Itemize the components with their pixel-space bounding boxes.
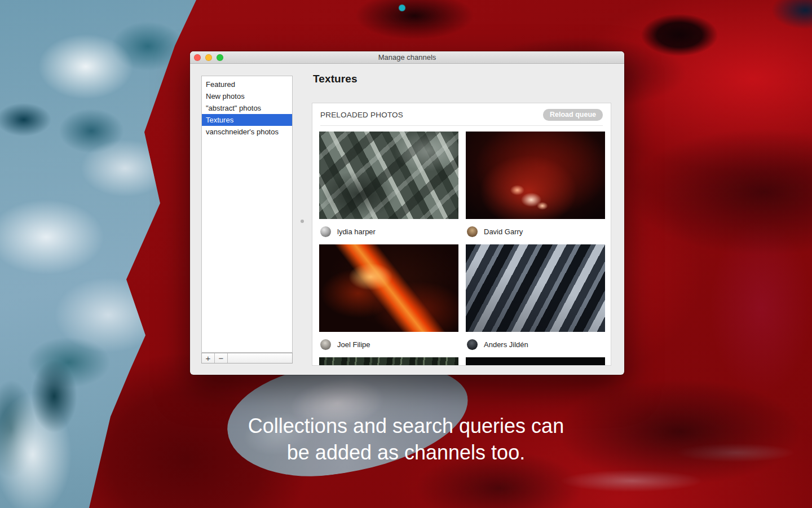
photo-grass-blades xyxy=(319,357,458,366)
photo-grid[interactable]: lydia harper David Garry Joel Filipe xyxy=(319,132,605,366)
photo-item xyxy=(466,357,605,366)
author-avatar xyxy=(467,339,478,350)
channel-list-item[interactable]: "abstract" photos xyxy=(202,102,292,114)
reload-queue-button[interactable]: Reload queue xyxy=(543,109,603,121)
channel-list-item[interactable]: Featured xyxy=(202,78,292,90)
author-avatar xyxy=(320,226,331,237)
photo-caption: lydia harper xyxy=(319,219,458,244)
channel-list-footer: + − xyxy=(201,353,293,364)
splitter-handle[interactable] xyxy=(301,220,304,223)
close-button[interactable] xyxy=(194,54,201,61)
photo-item xyxy=(319,357,458,366)
channel-list[interactable]: Featured New photos "abstract" photos Te… xyxy=(201,76,293,353)
photo-agave-leaves xyxy=(319,132,458,219)
photo-red-nebula xyxy=(466,132,605,219)
manage-channels-window: Manage channels Featured New photos "abs… xyxy=(190,51,624,375)
fullscreen-button[interactable] xyxy=(217,54,223,61)
author-name: Anders Jildén xyxy=(484,340,528,349)
photo-item: Anders Jildén xyxy=(466,244,605,357)
desktop: Manage channels Featured New photos "abs… xyxy=(0,0,812,508)
photo-item: David Garry xyxy=(466,132,605,244)
caption-line-2: be added as channels too. xyxy=(0,439,812,466)
author-avatar xyxy=(467,226,478,237)
panel-header: PRELOADED PHOTOS xyxy=(320,111,403,119)
window-titlebar[interactable]: Manage channels xyxy=(190,51,624,64)
channel-list-item[interactable]: vanschneider's photos xyxy=(202,126,292,138)
divider xyxy=(320,125,603,126)
preloaded-photos-panel: PRELOADED PHOTOS Reload queue lydia harp… xyxy=(312,103,611,366)
photo-dark-smoke xyxy=(466,357,605,366)
author-name: lydia harper xyxy=(337,227,376,236)
photo-item: Joel Filipe xyxy=(319,244,458,357)
panel-header-row: PRELOADED PHOTOS Reload queue xyxy=(312,103,611,121)
channel-list-item[interactable]: New photos xyxy=(202,90,292,102)
photo-architecture-beams xyxy=(466,244,605,332)
photo-caption: David Garry xyxy=(466,219,605,244)
author-name: David Garry xyxy=(484,227,523,236)
traffic-lights xyxy=(194,54,223,61)
add-channel-button[interactable]: + xyxy=(202,353,215,363)
footer-filler xyxy=(228,353,292,363)
photo-item: lydia harper xyxy=(319,132,458,244)
screen-caption: Collections and search queries can be ad… xyxy=(0,413,812,466)
caption-line-1: Collections and search queries can xyxy=(0,413,812,439)
photo-caption: Joel Filipe xyxy=(319,332,458,357)
window-title: Manage channels xyxy=(190,51,624,64)
author-avatar xyxy=(320,339,331,350)
channel-list-item[interactable]: Textures xyxy=(202,114,292,126)
remove-channel-button[interactable]: − xyxy=(215,353,228,363)
author-name: Joel Filipe xyxy=(337,340,370,349)
minimize-button[interactable] xyxy=(205,54,212,61)
page-title: Textures xyxy=(313,73,358,85)
photo-caption: Anders Jildén xyxy=(466,332,605,357)
photo-lava-streak xyxy=(319,244,458,332)
